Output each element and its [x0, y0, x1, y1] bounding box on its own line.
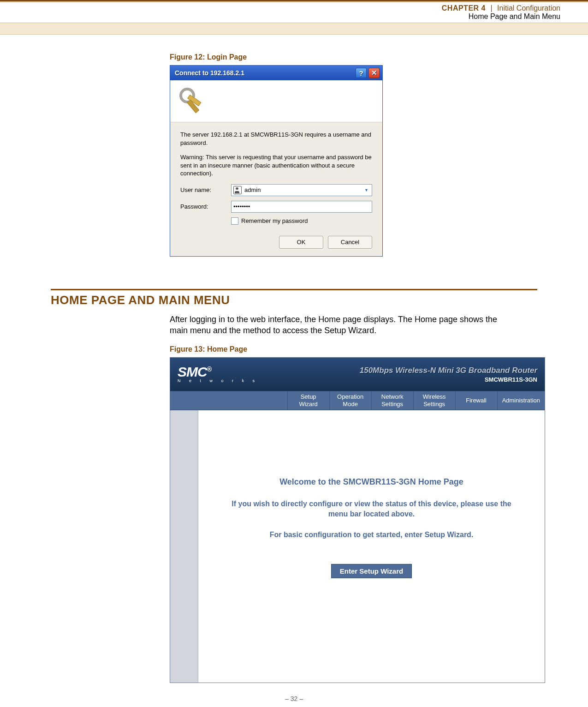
home-body: Welcome to the SMCWBR11S-3GN Home Page I… — [170, 410, 545, 683]
home-nav: Setup Wizard Operation Mode Network Sett… — [170, 391, 545, 410]
nav-network-settings[interactable]: Network Settings — [371, 391, 413, 409]
nav-firewall[interactable]: Firewall — [455, 391, 497, 409]
username-label: User name: — [180, 186, 231, 193]
server-text: The server 192.168.2.1 at SMCWBR11S-3GN … — [180, 131, 372, 147]
section-paragraph: After logging in to the web interface, t… — [170, 314, 502, 336]
home-banner: SMC® N e t w o r k s 150Mbps Wireless-N … — [170, 358, 545, 391]
welcome-heading: Welcome to the SMCWBR11S-3GN Home Page — [279, 477, 463, 487]
home-main: Welcome to the SMCWBR11S-3GN Home Page I… — [198, 410, 545, 683]
logo-subtext: N e t w o r k s — [178, 379, 258, 383]
logo-text: SMC — [178, 364, 207, 379]
nav-wireless-settings[interactable]: Wireless Settings — [413, 391, 455, 409]
figure12-caption: Figure 12: Login Page — [170, 53, 537, 61]
username-field[interactable]: admin ▾ — [231, 184, 372, 196]
remember-label: Remember my password — [241, 217, 308, 224]
header-band — [0, 23, 588, 35]
dialog-body: The server 192.168.2.1 at SMCWBR11S-3GN … — [170, 122, 382, 256]
home-page-mock: SMC® N e t w o r k s 150Mbps Wireless-N … — [170, 357, 545, 683]
chapter-subtitle: Home Page and Main Menu — [0, 12, 560, 21]
smc-logo: SMC® N e t w o r k s — [178, 366, 258, 383]
nav-setup-wizard[interactable]: Setup Wizard — [287, 391, 329, 409]
password-value: •••••••• — [233, 203, 250, 210]
page-number: – 32 – — [0, 695, 588, 702]
chevron-down-icon[interactable]: ▾ — [362, 185, 370, 196]
nav-administration[interactable]: Administration — [497, 391, 545, 409]
user-icon — [233, 186, 242, 194]
remember-checkbox[interactable] — [231, 217, 238, 225]
figure13-caption: Figure 13: Home Page — [170, 345, 537, 354]
chapter-label: CHAPTER 4 — [442, 4, 486, 12]
dialog-title-text: Connect to 192.168.2.1 — [175, 69, 354, 77]
section-rule — [51, 289, 537, 290]
home-sidebar — [170, 410, 198, 683]
section-title: HOME PAGE AND MAIN MENU — [51, 293, 537, 307]
chapter-title: Initial Configuration — [497, 4, 560, 12]
username-value: admin — [244, 186, 261, 193]
nav-operation-mode[interactable]: Operation Mode — [329, 391, 371, 409]
enter-setup-wizard-button[interactable]: Enter Setup Wizard — [331, 564, 412, 578]
chapter-sep: | — [487, 4, 495, 12]
close-icon[interactable]: ✕ — [368, 68, 380, 78]
warning-text: Warning: This server is requesting that … — [180, 153, 372, 178]
welcome-line2: For basic configuration to get started, … — [270, 530, 474, 540]
product-model: SMCWBR11S-3GN — [360, 376, 537, 383]
help-icon[interactable]: ? — [356, 68, 367, 78]
product-title: 150Mbps Wireless-N Mini 3G Broadband Rou… — [360, 366, 537, 375]
welcome-line1: If you wish to directly configure or vie… — [224, 499, 519, 520]
keys-icon — [179, 88, 205, 114]
dialog-titlebar: Connect to 192.168.2.1 ? ✕ — [170, 66, 382, 80]
password-label: Password: — [180, 203, 231, 210]
login-dialog: Connect to 192.168.2.1 ? ✕ The server 19… — [170, 65, 383, 257]
password-field[interactable]: •••••••• — [231, 201, 372, 213]
dialog-icon-area — [170, 80, 382, 122]
ok-button[interactable]: OK — [279, 236, 323, 249]
cancel-button[interactable]: Cancel — [328, 236, 372, 249]
